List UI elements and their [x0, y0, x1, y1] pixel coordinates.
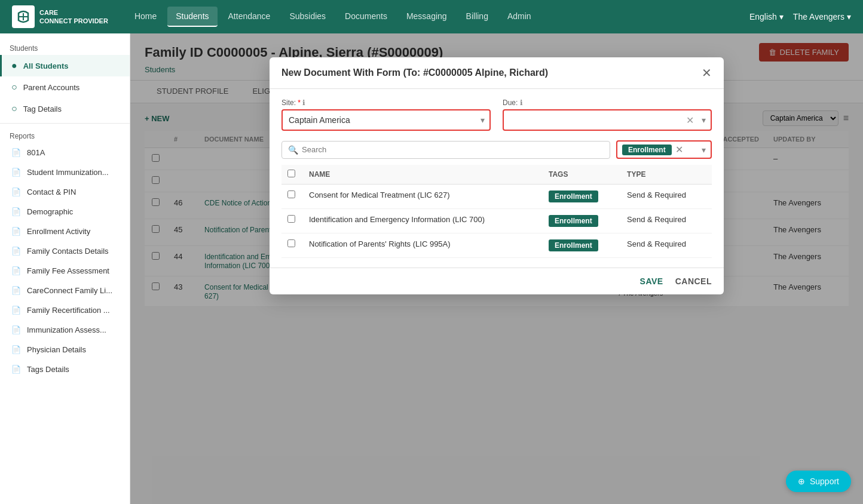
search-filter-row: 🔍 Enrollment ✕ ▾ [281, 140, 712, 159]
sidebar-section-reports: Reports [0, 127, 130, 143]
sidebar-divider [0, 123, 130, 124]
enrollment-tag-badge: Enrollment [622, 145, 672, 155]
doc-icon-3: 📄 [11, 188, 21, 196]
modal-table-row: Consent for Medical Treatment (LIC 627) … [281, 185, 712, 209]
support-icon: ⊕ [798, 477, 805, 486]
logo: CARECONNECT PROVIDER [12, 5, 108, 28]
sidebar-item-physician-details[interactable]: 📄 Physician Details [0, 340, 130, 359]
col-modal-name: Name [303, 165, 543, 185]
all-students-icon: ● [11, 60, 17, 71]
site-info-icon: ℹ [302, 99, 305, 107]
doc-type-2: Send & Required [621, 209, 712, 233]
doc-checkbox-2[interactable] [287, 215, 295, 223]
modal-table-row: Identification and Emergency Information… [281, 209, 712, 233]
col-modal-tags: Tags [543, 165, 621, 185]
doc-tag-2: Enrollment [549, 215, 598, 227]
doc-checkbox-3[interactable] [287, 239, 295, 247]
top-nav: CARECONNECT PROVIDER Home Students Atten… [0, 0, 863, 33]
modal-header: New Document With Form (To: #C0000005 Al… [270, 57, 724, 89]
modal-table-row: Notification of Parents' Rights (LIC 995… [281, 233, 712, 258]
sidebar-item-demographic[interactable]: 📄 Demographic [0, 202, 130, 222]
nav-billing[interactable]: Billing [458, 7, 497, 27]
doc-tag-3: Enrollment [549, 239, 598, 251]
doc-icon-12: 📄 [11, 365, 21, 374]
doc-type-3: Send & Required [621, 233, 712, 258]
main-layout: Students ● All Students ○ Parent Account… [0, 33, 863, 504]
nav-admin[interactable]: Admin [499, 7, 540, 27]
sidebar-item-tag-details[interactable]: ○ Tag Details [0, 98, 130, 119]
doc-icon-6: 📄 [11, 247, 21, 256]
doc-name-3: Notification of Parents' Rights (LIC 995… [303, 233, 543, 258]
doc-icon-10: 📄 [11, 325, 21, 334]
doc-icon-7: 📄 [11, 266, 21, 275]
doc-name-2: Identification and Emergency Information… [303, 209, 543, 233]
cancel-button[interactable]: CANCEL [675, 276, 712, 286]
tag-filter-wrap: Enrollment ✕ ▾ [616, 140, 712, 159]
sidebar-item-801a[interactable]: 📄 801A [0, 143, 130, 162]
sidebar-item-enrollment-activity[interactable]: 📄 Enrollment Activity [0, 222, 130, 241]
sidebar-item-parent-accounts[interactable]: ○ Parent Accounts [0, 76, 130, 98]
new-document-modal: New Document With Form (To: #C0000005 Al… [270, 57, 724, 294]
site-field: Site: * ℹ Captain America ▾ [281, 99, 491, 131]
nav-messaging[interactable]: Messaging [398, 7, 455, 27]
doc-checkbox-1[interactable] [287, 190, 295, 198]
tag-details-icon: ○ [11, 103, 17, 114]
modal-doc-table: Name Tags Type Consent for Medical Treat… [281, 165, 712, 258]
doc-name-1: Consent for Medical Treatment (LIC 627) [303, 185, 543, 209]
logo-text: CARECONNECT PROVIDER [39, 8, 108, 26]
due-info-icon: ℹ [520, 99, 523, 107]
select-all-checkbox[interactable] [287, 170, 295, 177]
nav-documents[interactable]: Documents [336, 7, 396, 27]
nav-links: Home Students Attendance Subsidies Docum… [126, 7, 749, 27]
tag-remove-button[interactable]: ✕ [675, 144, 683, 155]
sidebar-item-family-fee[interactable]: 📄 Family Fee Assessment [0, 261, 130, 281]
search-wrap: 🔍 [281, 141, 610, 159]
due-label: Due: ℹ [503, 99, 712, 107]
organization-dropdown[interactable]: The Avengers ▾ [793, 12, 851, 21]
search-icon: 🔍 [288, 145, 298, 155]
date-clear-icon[interactable]: ✕ [686, 115, 694, 126]
search-input[interactable] [302, 145, 604, 154]
nav-students[interactable]: Students [167, 7, 217, 27]
doc-type-1: Send & Required [621, 185, 712, 209]
support-button[interactable]: ⊕ Support [786, 471, 851, 492]
site-required: * [298, 99, 301, 107]
modal-title: New Document With Form (To: #C0000005 Al… [281, 67, 548, 78]
save-button[interactable]: SAVE [640, 276, 663, 286]
sidebar-item-family-contacts[interactable]: 📄 Family Contacts Details [0, 241, 130, 261]
nav-subsidies[interactable]: Subsidies [281, 7, 334, 27]
sidebar-item-tags-details[interactable]: 📄 Tags Details [0, 359, 130, 379]
doc-icon-4: 📄 [11, 207, 21, 216]
modal-overlay: New Document With Form (To: #C0000005 Al… [130, 33, 863, 504]
logo-icon [12, 5, 35, 28]
nav-attendance[interactable]: Attendance [220, 7, 279, 27]
sidebar-item-all-students[interactable]: ● All Students [0, 55, 130, 76]
nav-home[interactable]: Home [126, 7, 165, 27]
due-field: Due: ℹ 08/17/2022 ✕ ▾ [503, 99, 712, 131]
sidebar-item-immunization-assess[interactable]: 📄 Immunization Assess... [0, 320, 130, 340]
due-date-input[interactable]: 08/17/2022 [504, 110, 711, 130]
sidebar-section-students: Students [0, 39, 130, 55]
sidebar-item-student-immunization[interactable]: 📄 Student Immunization... [0, 162, 130, 182]
doc-icon-1: 📄 [11, 148, 21, 157]
doc-tag-1: Enrollment [549, 190, 598, 202]
doc-icon-5: 📄 [11, 227, 21, 236]
modal-close-button[interactable]: ✕ [702, 67, 712, 79]
modal-fields-row: Site: * ℹ Captain America ▾ [281, 99, 712, 131]
col-modal-type: Type [621, 165, 712, 185]
nav-right: English ▾ The Avengers ▾ [749, 12, 851, 21]
due-input-wrap: 08/17/2022 ✕ ▾ [503, 109, 712, 131]
doc-icon-2: 📄 [11, 168, 21, 177]
parent-accounts-icon: ○ [11, 82, 17, 93]
tag-dropdown-arrow[interactable]: ▾ [702, 145, 706, 155]
sidebar-item-contact-pin[interactable]: 📄 Contact & PIN [0, 182, 130, 202]
doc-icon-8: 📄 [11, 286, 21, 295]
sidebar-item-careconnect-family[interactable]: 📄 CareConnect Family Li... [0, 281, 130, 300]
site-select[interactable]: Captain America [283, 110, 489, 130]
sidebar-item-family-recertification[interactable]: 📄 Family Recertification ... [0, 300, 130, 320]
modal-body: Site: * ℹ Captain America ▾ [270, 89, 724, 268]
language-dropdown[interactable]: English ▾ [749, 12, 784, 21]
doc-icon-11: 📄 [11, 345, 21, 354]
sidebar: Students ● All Students ○ Parent Account… [0, 33, 130, 504]
site-label: Site: * ℹ [281, 99, 491, 107]
